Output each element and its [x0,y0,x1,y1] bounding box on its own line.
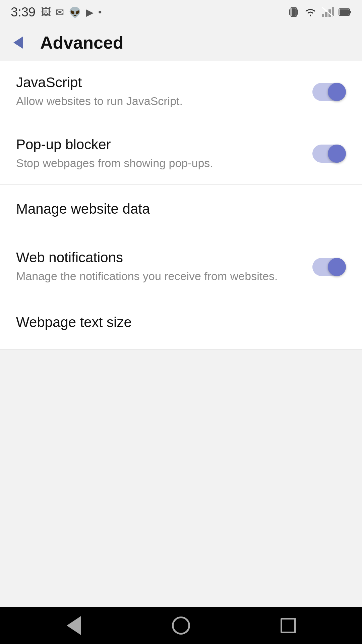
popup-blocker-desc: Stop webpages from showing pop-ups. [16,155,304,171]
nav-back-button[interactable] [62,614,85,637]
status-time: 3:39 [11,5,36,19]
javascript-toggle[interactable] [312,83,346,101]
web-notifications-desc: Manage the notifications you receive fro… [16,268,304,284]
youtube-icon: ▶ [86,6,94,18]
settings-list: JavaScript Allow websites to run JavaScr… [0,61,362,350]
popup-blocker-setting[interactable]: Pop-up blocker Stop webpages from showin… [0,123,362,185]
svg-rect-4 [322,14,324,17]
nav-recent-icon [281,618,296,633]
javascript-toggle-track [312,83,346,101]
vibrate-icon [288,6,299,18]
svg-rect-10 [340,9,349,15]
web-notifications-toggle[interactable] [312,258,346,276]
wifi-icon [304,7,317,17]
dot-icon: • [98,6,102,18]
web-notifications-content: Web notifications Manage the notificatio… [16,250,304,284]
javascript-content: JavaScript Allow websites to run JavaScr… [16,74,304,109]
nav-home-button[interactable] [169,614,193,637]
svg-rect-2 [289,9,290,15]
web-notifications-toggle-track [312,258,346,276]
svg-rect-1 [292,8,296,16]
popup-blocker-title: Pop-up blocker [16,137,304,153]
gmail-icon: ✉ [56,6,64,18]
svg-rect-5 [325,12,327,17]
manage-website-data-setting[interactable]: Manage website data [0,185,362,236]
signal-icon [322,7,334,17]
javascript-desc: Allow websites to run JavaScript. [16,93,304,109]
status-icons-left: 🖼 ✉ 👽 ▶ • [41,6,102,18]
manage-website-data-title: Manage website data [16,201,150,217]
nav-back-icon [67,616,81,635]
web-notifications-toggle-thumb [328,258,346,276]
popup-blocker-toggle-track [312,145,346,163]
webpage-text-size-title: Webpage text size [16,314,132,330]
webpage-text-size-setting[interactable]: Webpage text size [0,298,362,350]
empty-space [0,350,362,607]
nav-home-icon [172,616,190,635]
web-notifications-setting[interactable]: Web notifications Manage the notificatio… [0,236,362,298]
back-button[interactable] [8,33,28,53]
popup-blocker-content: Pop-up blocker Stop webpages from showin… [16,137,304,171]
back-icon [13,37,23,49]
web-notifications-title: Web notifications [16,250,304,266]
header: Advanced [0,24,362,61]
javascript-toggle-thumb [328,83,346,101]
status-bar-left: 3:39 🖼 ✉ 👽 ▶ • [11,5,102,19]
bottom-nav [0,607,362,644]
javascript-title: JavaScript [16,74,304,91]
battery-icon [339,7,351,17]
svg-rect-3 [297,9,298,15]
status-bar: 3:39 🖼 ✉ 👽 ▶ • [0,0,362,24]
javascript-setting[interactable]: JavaScript Allow websites to run JavaScr… [0,61,362,123]
reddit-icon: 👽 [69,6,81,18]
photo-icon: 🖼 [41,6,51,18]
nav-recent-button[interactable] [277,614,300,637]
svg-rect-11 [350,11,351,13]
status-bar-right [288,6,351,18]
page-title: Advanced [40,33,124,53]
popup-blocker-toggle-thumb [328,145,346,163]
popup-blocker-toggle[interactable] [312,145,346,163]
